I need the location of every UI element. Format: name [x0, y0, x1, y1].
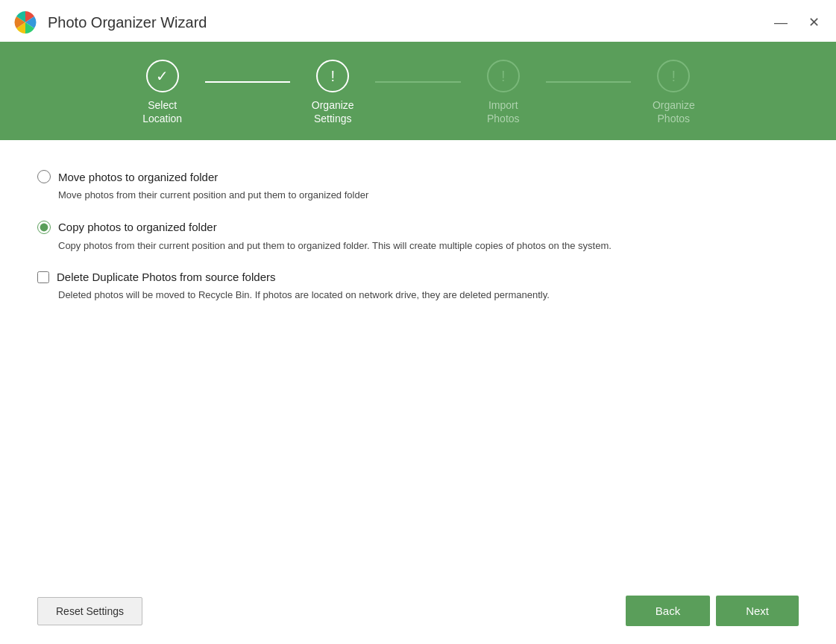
option-copy-description: Copy photos from their current position …: [58, 239, 799, 253]
connector-2: [375, 81, 460, 83]
step-organize-settings: ! OrganizeSettings: [290, 60, 375, 125]
checkbox-delete-description: Deleted photos will be moved to Recycle …: [58, 288, 799, 303]
minimize-button[interactable]: —: [770, 14, 792, 31]
app-title: Photo Organizer Wizard: [48, 14, 770, 31]
step-label-1: SelectLocation: [142, 98, 182, 125]
checkbox-delete-row: Delete Duplicate Photos from source fold…: [37, 271, 799, 283]
step-label-2: OrganizeSettings: [312, 98, 354, 125]
option-copy-row: Copy photos to organized folder: [37, 221, 799, 234]
bottom-bar: Reset Settings Back Next: [0, 584, 836, 644]
wizard-steps: ✓ SelectLocation ! OrganizeSettings ! Im…: [120, 60, 717, 125]
option-move-description: Move photos from their current position …: [58, 188, 799, 203]
window-controls: — ✕: [770, 14, 824, 31]
title-bar: Photo Organizer Wizard — ✕: [0, 0, 836, 42]
wizard-banner: ✓ SelectLocation ! OrganizeSettings ! Im…: [0, 42, 836, 140]
app-logo: [12, 9, 39, 36]
nav-buttons: Back Next: [626, 596, 799, 626]
step-circle-3: !: [487, 60, 520, 92]
checkbox-delete-duplicates[interactable]: [37, 271, 49, 283]
step-label-3: ImportPhotos: [487, 98, 520, 125]
option-copy-group: Copy photos to organized folder Copy pho…: [37, 221, 799, 253]
close-button[interactable]: ✕: [804, 14, 824, 31]
step-label-4: OrganizePhotos: [653, 98, 695, 125]
main-content: Move photos to organized folder Move pho…: [0, 140, 836, 584]
step-select-location: ✓ SelectLocation: [120, 60, 205, 125]
checkbox-delete-label: Delete Duplicate Photos from source fold…: [57, 271, 275, 283]
step-circle-1: ✓: [146, 60, 179, 92]
next-button[interactable]: Next: [716, 596, 799, 626]
step-import-photos: ! ImportPhotos: [461, 60, 546, 125]
radio-copy[interactable]: [37, 221, 51, 234]
option-copy-label: Copy photos to organized folder: [58, 221, 217, 233]
reset-settings-button[interactable]: Reset Settings: [37, 597, 142, 625]
radio-move[interactable]: [37, 170, 51, 183]
option-move-label: Move photos to organized folder: [58, 171, 218, 183]
option-move-group: Move photos to organized folder Move pho…: [37, 170, 799, 203]
step-circle-4: !: [657, 60, 690, 92]
step-organize-photos: ! OrganizePhotos: [631, 60, 716, 125]
back-button[interactable]: Back: [626, 596, 710, 626]
connector-3: [546, 81, 631, 83]
connector-1: [205, 81, 290, 83]
step-circle-2: !: [316, 60, 349, 92]
option-delete-group: Delete Duplicate Photos from source fold…: [37, 271, 799, 303]
option-move-row: Move photos to organized folder: [37, 170, 799, 183]
